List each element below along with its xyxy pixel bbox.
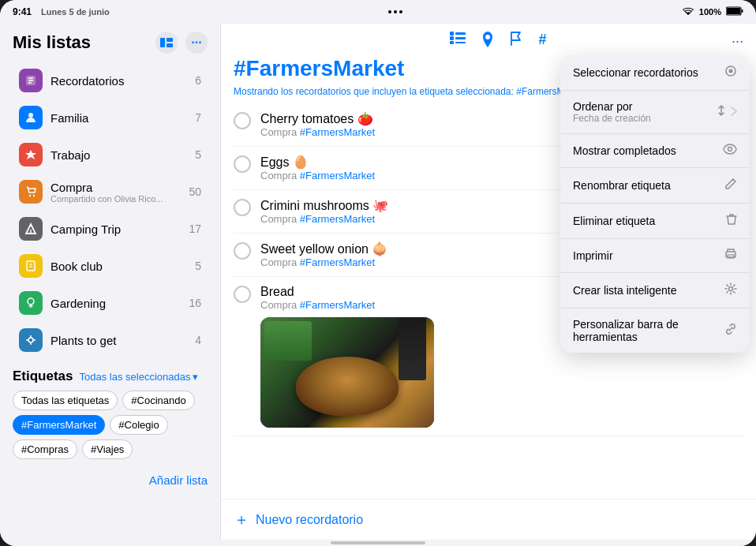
list-item-name: Compra (51, 181, 182, 194)
tag-pills: Todas las etiquetas#Cocinando#FarmersMar… (13, 391, 208, 459)
menu-item[interactable]: Crear lista inteligente (560, 273, 750, 309)
reminder-tag[interactable]: #FarmersMarket (300, 299, 375, 311)
list-item-name: Camping Trip (51, 223, 182, 236)
chevron-down-icon: ▾ (193, 371, 198, 383)
tags-selected-button[interactable]: Todas las seleccionadas ▾ (80, 371, 199, 383)
sidebar-actions: ··· (155, 32, 208, 54)
svg-point-13 (33, 195, 35, 196)
menu-item-icon (724, 178, 737, 193)
menu-item-label: Seleccionar recordatorios (573, 66, 698, 79)
menu-item-label: Imprimir (573, 249, 613, 262)
list-section: Recordatorios 6 Familia 7 Trabajo 5 Comp… (0, 58, 220, 362)
list-item-name: Plants to get (51, 334, 189, 347)
list-item-name: Familia (51, 111, 189, 125)
tag-pill[interactable]: #Viajes (82, 439, 133, 459)
reminder-tag[interactable]: #FarmersMarket (300, 126, 375, 138)
list-item-name: Trabajo (51, 148, 189, 162)
sidebar-more-button[interactable]: ··· (185, 32, 208, 54)
tag-pill[interactable]: #Compras (13, 439, 77, 459)
menu-item[interactable]: Imprimir (560, 239, 750, 273)
svg-point-18 (28, 298, 34, 305)
list-item[interactable]: Familia 7 (6, 99, 214, 136)
chevron-icon (731, 106, 737, 118)
menu-item-label: Ordenar por (573, 100, 651, 113)
svg-rect-3 (160, 38, 165, 47)
menu-item[interactable]: Seleccionar recordatorios (560, 55, 750, 91)
list-icon (19, 143, 43, 166)
svg-rect-27 (450, 41, 454, 44)
list-item[interactable]: Gardening 16 (6, 285, 214, 321)
list-item[interactable]: Book club 5 (6, 248, 214, 284)
home-indicator (331, 541, 425, 544)
svg-rect-30 (455, 42, 466, 43)
sidebar-layout-button[interactable] (155, 32, 178, 54)
menu-item[interactable]: Renombrar etiqueta (560, 168, 750, 204)
list-item-text: Trabajo (51, 148, 189, 162)
add-list-button[interactable]: Añadir lista (0, 466, 220, 495)
menu-item-label: Mostrar completados (573, 144, 676, 157)
plus-icon: ＋ (234, 509, 249, 530)
menu-item-left: Crear lista inteligente (573, 284, 677, 297)
content-pane: # ··· #FarmersMarket Mostrando los recor… (221, 24, 756, 540)
menu-item-icon (715, 104, 728, 120)
toolbar-location-icon[interactable] (481, 32, 494, 51)
list-item-text: Gardening (51, 297, 182, 310)
list-item[interactable]: Compra Compartido con Olivia Rico... 50 (6, 174, 214, 210)
toolbar-icons: # (450, 32, 546, 51)
svg-rect-1 (742, 9, 743, 13)
list-item-count: 50 (189, 185, 201, 198)
sidebar-header: Mis listas ··· (0, 24, 220, 58)
list-item-count: 5 (195, 260, 201, 272)
sidebar-title: Mis listas (13, 32, 91, 53)
battery-label: 100% (699, 7, 721, 17)
list-item[interactable]: Camping Trip 17 (6, 211, 214, 247)
reminder-checkbox[interactable] (234, 155, 251, 173)
list-item-name: Gardening (51, 297, 182, 310)
list-item-count: 16 (189, 297, 201, 309)
wifi-icon (682, 6, 694, 17)
menu-item-icon (724, 65, 737, 80)
battery-icon (726, 6, 743, 17)
sidebar: Mis listas ··· Recordatorios 6 Familia (0, 24, 221, 540)
reminder-checkbox[interactable] (234, 112, 251, 129)
list-item[interactable]: Trabajo 5 (6, 136, 214, 173)
menu-item-icon (723, 144, 737, 158)
ipad-frame: 9:41 Lunes 5 de junio 100% Mis listas (0, 0, 756, 546)
reminder-checkbox[interactable] (234, 242, 251, 260)
tag-pill[interactable]: #Colegio (110, 415, 167, 435)
tag-pill[interactable]: #FarmersMarket (13, 415, 105, 435)
menu-item-left: Imprimir (573, 249, 613, 262)
new-reminder-button[interactable]: ＋ Nuevo recordatorio (221, 499, 756, 540)
list-item[interactable]: Plants to get 4 (6, 322, 214, 358)
svg-point-36 (729, 287, 733, 291)
list-icon (19, 69, 43, 92)
toolbar-flag-icon[interactable] (510, 32, 522, 51)
list-item[interactable]: Recordatorios 6 (6, 62, 214, 99)
toolbar-list-icon[interactable] (450, 32, 466, 51)
reminder-tag[interactable]: #FarmersMarket (300, 170, 375, 181)
svg-rect-15 (27, 261, 35, 271)
status-center (388, 10, 402, 13)
menu-item[interactable]: Eliminar etiqueta (560, 204, 750, 239)
reminder-tag[interactable]: #FarmersMarket (300, 213, 375, 225)
toolbar-more-button[interactable]: ··· (732, 33, 743, 50)
list-icon (19, 291, 43, 315)
subtitle-pre: Mostrando los recordatorios que incluyen… (234, 86, 514, 97)
menu-item-left: Personalizar barra de herramientas (573, 318, 724, 343)
menu-item[interactable]: Ordenar por Fecha de creación (560, 91, 750, 134)
reminder-checkbox[interactable] (234, 199, 251, 216)
reminder-tag[interactable]: #FarmersMarket (300, 256, 375, 268)
menu-item[interactable]: Personalizar barra de herramientas (560, 309, 750, 353)
svg-rect-28 (455, 32, 466, 35)
toolbar-hashtag-icon[interactable]: # (538, 32, 546, 51)
menu-item-icon (726, 213, 737, 229)
menu-item-left: Mostrar completados (573, 144, 676, 157)
list-item-name: Book club (51, 260, 189, 273)
status-dot3 (399, 10, 402, 13)
tag-pill[interactable]: #Cocinando (122, 391, 194, 410)
main-area: Mis listas ··· Recordatorios 6 Familia (0, 24, 756, 540)
menu-item[interactable]: Mostrar completados (560, 134, 750, 168)
menu-item-icons (726, 213, 737, 229)
tag-pill[interactable]: Todas las etiquetas (13, 391, 118, 410)
reminder-checkbox[interactable] (234, 286, 251, 303)
